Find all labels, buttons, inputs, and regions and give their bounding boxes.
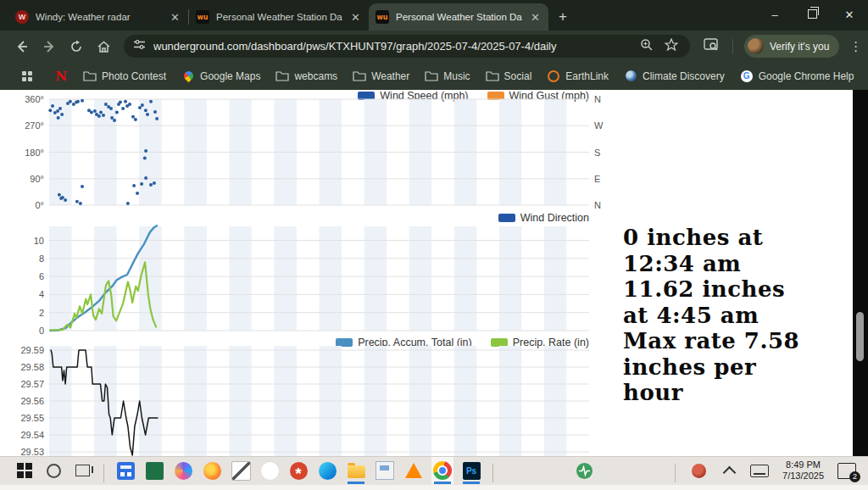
precipitation-chart[interactable]: 0246810 xyxy=(0,226,604,331)
google-app-icon[interactable] xyxy=(259,457,281,484)
close-button[interactable]: ✕ xyxy=(831,0,868,31)
tab-close-icon[interactable]: ✕ xyxy=(169,11,181,24)
bookmark-google-chrome-help[interactable]: GGoogle Chrome Help xyxy=(740,70,854,83)
browser-menu-icon[interactable]: ⋮ xyxy=(849,39,862,54)
folder-icon xyxy=(353,70,366,83)
pulse-tray-icon[interactable] xyxy=(573,457,595,484)
task-view-button[interactable] xyxy=(71,457,93,484)
action-center-icon[interactable]: 2 xyxy=(837,463,856,479)
calculator-app-icon xyxy=(117,462,135,480)
wunderground-favicon-icon: wu xyxy=(376,10,389,24)
signpad-app-icon[interactable] xyxy=(230,457,252,484)
desktop-screen: W Windy: Weather radar ✕ wu Personal Wea… xyxy=(0,0,868,490)
globe-icon xyxy=(624,70,637,83)
taskbar-divider xyxy=(675,464,676,482)
tab-title: Personal Weather Station Dashboa xyxy=(396,12,522,22)
bookmark-label: Photo Contest xyxy=(102,70,166,82)
legend-label: Wind Direction xyxy=(520,212,589,224)
red-asterisk-app-icon[interactable]: * xyxy=(287,457,309,484)
excel-app-icon[interactable] xyxy=(143,457,165,484)
search-button[interactable] xyxy=(42,457,64,484)
chrome-app-icon xyxy=(433,461,452,480)
bookmark-google-maps[interactable]: Google Maps xyxy=(181,70,260,83)
start-button[interactable] xyxy=(14,457,36,484)
folder-icon xyxy=(83,70,97,83)
copilot-app-icon[interactable] xyxy=(172,457,194,484)
pressure-chart[interactable]: 29.5929.5829.5729.5629.5529.5429.53 xyxy=(0,346,604,456)
forward-button-icon[interactable] xyxy=(39,39,59,54)
tab-close-icon[interactable]: ✕ xyxy=(349,11,362,24)
tray-red-app-icon[interactable] xyxy=(687,457,709,484)
folder-icon xyxy=(275,70,289,83)
bookmark-social[interactable]: Social xyxy=(486,70,532,83)
home-button-icon[interactable] xyxy=(93,39,114,54)
back-button-icon[interactable] xyxy=(12,39,32,54)
y-axis-tick-label: 360° xyxy=(0,94,44,104)
bookmark-label: Google Chrome Help xyxy=(759,70,854,82)
signpad-app-icon xyxy=(231,461,251,481)
tabs-container: W Windy: Weather radar ✕ wu Personal Wea… xyxy=(8,0,567,31)
verify-its-you-button[interactable]: Verify it's you xyxy=(744,35,839,58)
google-g-icon: G xyxy=(740,70,754,83)
wind-direction-chart[interactable]: 0°N90°E180°S270°W360°N xyxy=(0,99,604,205)
scrollbar-thumb[interactable] xyxy=(856,312,864,361)
copilot-app-icon xyxy=(175,462,192,480)
bookmark-webcams[interactable]: webcams xyxy=(275,70,337,83)
y-axis-tick-label: 29.56 xyxy=(0,396,44,406)
tab-close-icon[interactable]: ✕ xyxy=(529,11,542,24)
tab-title: Personal Weather Station Dashboa xyxy=(216,12,342,22)
chrome-app-icon[interactable] xyxy=(431,457,453,484)
windows-taskbar: *Ps 8:49 PM 7/13/2025 2 xyxy=(0,456,868,490)
taskbar-clock[interactable]: 8:49 PM 7/13/2025 xyxy=(782,459,824,482)
calculator-app-icon[interactable] xyxy=(114,457,136,484)
url-text[interactable]: wunderground.com/dashboard/pws/KTXHUNT97… xyxy=(153,40,640,53)
page-scrollbar[interactable] xyxy=(853,90,868,456)
new-tab-button[interactable]: + xyxy=(559,8,567,25)
reload-button-icon[interactable] xyxy=(66,39,86,54)
browser-toolbar: wunderground.com/dashboard/pws/KTXHUNT97… xyxy=(0,31,868,62)
bookmark-label: Google Maps xyxy=(200,70,260,82)
vlc-app-icon[interactable] xyxy=(403,457,425,484)
bookmark-photo-contest[interactable]: Photo Contest xyxy=(83,70,166,83)
tab-pws-dashboard-1[interactable]: wu Personal Weather Station Dashboa ✕ xyxy=(189,3,369,31)
site-settings-icon[interactable] xyxy=(133,38,146,54)
bookmark-earthlink[interactable]: EarthLink xyxy=(547,70,609,83)
minimize-button[interactable]: – xyxy=(756,0,793,31)
edge-app-icon[interactable] xyxy=(316,457,338,484)
folder-icon xyxy=(486,70,499,83)
earthlink-ring-icon xyxy=(547,70,560,83)
y-axis-tick-label: 90° xyxy=(0,174,44,184)
y-axis-tick-label: 8 xyxy=(0,253,44,264)
restore-button[interactable] xyxy=(793,0,831,31)
bookmark-music[interactable]: Music xyxy=(425,70,470,83)
maps-pin-icon xyxy=(181,70,195,83)
bookmark-label: Climate Discovery xyxy=(643,70,725,82)
bookmark-weather[interactable]: Weather xyxy=(353,70,409,83)
zoom-page-icon[interactable] xyxy=(640,38,653,54)
apps-grid-icon[interactable] xyxy=(22,71,32,81)
tab-search-icon[interactable] xyxy=(704,38,721,55)
browser-tab-strip: W Windy: Weather radar ✕ wu Personal Wea… xyxy=(0,0,868,31)
profile-avatar xyxy=(748,38,764,54)
firefox-app-icon[interactable] xyxy=(201,457,223,484)
viewer-app-icon[interactable] xyxy=(374,457,396,484)
tab-pws-dashboard-2-active[interactable]: wu Personal Weather Station Dashboa ✕ xyxy=(369,3,548,31)
bookmark-netflix[interactable]: N xyxy=(54,70,68,83)
clock-date: 7/13/2025 xyxy=(782,471,824,482)
file-explorer-app-icon xyxy=(348,465,365,478)
bookmark-star-icon[interactable] xyxy=(665,38,678,54)
y-axis-tick-label: 29.55 xyxy=(0,413,44,423)
bookmark-climate-discovery[interactable]: Climate Discovery xyxy=(624,70,725,83)
legend-item[interactable]: Wind Direction xyxy=(498,212,589,224)
file-explorer-app-icon[interactable] xyxy=(345,457,367,484)
y-axis-tick-label: 4 xyxy=(0,289,44,299)
firefox-app-icon xyxy=(203,462,221,480)
legend-swatch-icon xyxy=(498,214,515,222)
photoshop-app-icon[interactable]: Ps xyxy=(460,457,482,484)
wind-direction-axis-label: N xyxy=(594,200,601,210)
address-bar[interactable]: wunderground.com/dashboard/pws/KTXHUNT97… xyxy=(124,35,690,58)
tray-expand-chevron[interactable] xyxy=(718,457,740,484)
touch-keyboard-icon[interactable] xyxy=(748,457,771,484)
tab-windy[interactable]: W Windy: Weather radar ✕ xyxy=(8,3,188,31)
task-view-button xyxy=(75,465,90,476)
